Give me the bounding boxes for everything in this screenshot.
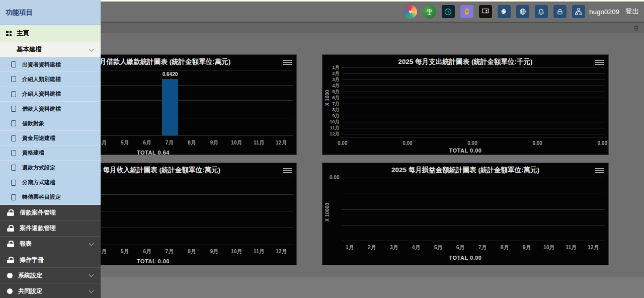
x-axis-month-label: 10月: [538, 244, 560, 251]
month-row: 10月: [327, 119, 605, 124]
x-axis-month-label: 6月: [449, 244, 471, 251]
gridline: [342, 86, 605, 86]
month-row: 5月: [327, 89, 605, 94]
gridline: [342, 80, 605, 80]
sidebar-item[interactable]: 操作手冊: [0, 252, 101, 268]
x-axis-tick: 0.00: [532, 140, 542, 146]
app-logo-pinwheel-icon[interactable]: ♥: [404, 5, 417, 19]
month-row: 12月: [327, 131, 605, 136]
chart-total: TOTAL 0.00: [323, 147, 608, 154]
x-axis-month-label: 6月: [136, 139, 158, 146]
x-axis-labels: 1月2月3月4月5月6月7月8月9月10月11月12月: [339, 244, 604, 251]
x-axis-tick: 0.00: [338, 140, 347, 146]
chevron-down-icon: [89, 288, 94, 293]
sidebar-item[interactable]: 介紹人資料建檔: [0, 87, 101, 102]
chevron-down-icon: [89, 241, 94, 246]
gridline: [342, 122, 605, 122]
sidebar-item-label: 共同設定: [18, 287, 42, 295]
grid-icon: [6, 31, 12, 36]
sidebar-item[interactable]: 借款對象: [0, 116, 101, 131]
month-row: 2月: [327, 71, 605, 76]
presentation-app-icon[interactable]: [479, 5, 492, 18]
sidebar-group-basic[interactable]: 基本建檔: [0, 42, 101, 57]
logout-button[interactable]: 登出: [625, 7, 639, 16]
x-axis-month-label: 12月: [270, 248, 292, 255]
chart-title: 2025 每月損益金額統計圖表 (統計金額單位:萬元): [323, 166, 608, 175]
trash-icon[interactable]: [633, 24, 639, 32]
square-icon: [11, 135, 16, 141]
sidebar-item[interactable]: 分期方式建檔: [0, 175, 101, 190]
chevron-down-icon: [89, 46, 94, 51]
x-axis-month-label: 5月: [114, 139, 136, 146]
sitemap-icon[interactable]: [572, 5, 585, 18]
square-icon: [11, 165, 16, 171]
x-axis-tick: 0.00: [467, 140, 477, 146]
sidebar-item-label: 借款對象: [22, 120, 44, 127]
lock-icon: [7, 257, 14, 263]
sidebar-item-label: 操作手冊: [20, 256, 44, 264]
clock-app-icon[interactable]: [442, 5, 455, 18]
x-axis-tick: 0.00: [403, 140, 412, 146]
app-logo-scale-icon[interactable]: [423, 5, 436, 19]
x-axis-month-label: 3月: [383, 244, 405, 251]
chart-menu-icon[interactable]: [283, 59, 292, 66]
sidebar-item[interactable]: 共同設定: [0, 283, 101, 298]
x-axis-month-label: 9月: [203, 139, 225, 146]
x-axis-month-label: 5月: [114, 248, 136, 255]
lock-icon: [7, 225, 14, 232]
sidebar-item-label: 報表: [20, 240, 32, 248]
x-axis-tick: 0.00: [598, 140, 607, 146]
square-icon: [11, 76, 16, 82]
y-axis-month-label: 12月: [327, 131, 342, 137]
square-icon: [11, 91, 16, 97]
sidebar-item[interactable]: 借款案件管理: [0, 205, 101, 220]
bell-icon[interactable]: [535, 5, 548, 18]
chevron-down-icon: [89, 272, 94, 277]
sidebar-item[interactable]: 轉傳票科目設定: [0, 190, 101, 205]
sidebar-item[interactable]: 還款方式設定: [0, 161, 101, 175]
y-axis-tick: 0.00: [330, 175, 339, 180]
lock-icon: [7, 209, 14, 216]
sidebar: 功能項目 主頁 基本建檔 出資者資料建檔介紹人類別建檔介紹人資料建檔借款人資料建…: [0, 0, 101, 298]
gridline: [342, 92, 605, 92]
palette-icon[interactable]: [498, 5, 511, 18]
sidebar-title: 功能項目: [0, 0, 101, 25]
y-axis-label: X 10000: [325, 201, 330, 224]
lock-icon: [7, 241, 14, 247]
gridline: [342, 134, 605, 134]
x-axis-month-label: 4月: [405, 244, 427, 251]
x-axis-month-label: 12月: [582, 244, 604, 251]
sidebar-item[interactable]: 案件還款管理: [0, 220, 101, 236]
sidebar-item-home[interactable]: 主頁: [0, 25, 101, 42]
x-axis-month-label: 6月: [136, 248, 158, 255]
sidebar-item[interactable]: 資金用途建檔: [0, 131, 101, 145]
month-rows: 1月2月3月4月5月6月7月8月9月10月11月12月: [327, 65, 605, 136]
square-icon: [11, 61, 16, 67]
sidebar-item[interactable]: 報表: [0, 237, 101, 252]
sidebar-item-label: 資金用途建檔: [22, 134, 55, 142]
x-axis-month-label: 1月: [339, 244, 361, 251]
sidebar-item[interactable]: 資格建檔: [0, 146, 101, 161]
lock-icon[interactable]: [553, 5, 567, 18]
x-axis-month-label: 7月: [158, 139, 181, 146]
sidebar-item-label: 介紹人資料建檔: [22, 90, 61, 98]
sidebar-item-label: 轉傳票科目設定: [22, 193, 61, 201]
sidebar-item[interactable]: 出資者資料建檔: [0, 57, 101, 72]
sidebar-item[interactable]: 借款人資料建檔: [0, 102, 101, 116]
square-icon: [11, 180, 16, 186]
gridline: [342, 73, 605, 74]
x-axis-month-label: 11月: [560, 244, 582, 251]
chart-menu-icon[interactable]: [283, 167, 292, 174]
scroll-app-icon[interactable]: [460, 5, 473, 18]
chart-menu-icon[interactable]: [595, 167, 604, 174]
globe-icon[interactable]: [516, 5, 529, 18]
sidebar-item-label: 還款方式設定: [22, 164, 55, 172]
sidebar-item-label: 借款人資料建檔: [22, 105, 61, 113]
sidebar-item-label: 系統設定: [18, 271, 42, 280]
x-axis-month-label: 9月: [516, 244, 538, 251]
square-icon: [11, 150, 16, 156]
sidebar-item[interactable]: 系統設定: [0, 268, 101, 283]
x-axis-month-label: 12月: [270, 139, 292, 146]
sidebar-item[interactable]: 介紹人類別建檔: [0, 72, 101, 87]
x-axis-month-label: 7月: [158, 248, 181, 255]
